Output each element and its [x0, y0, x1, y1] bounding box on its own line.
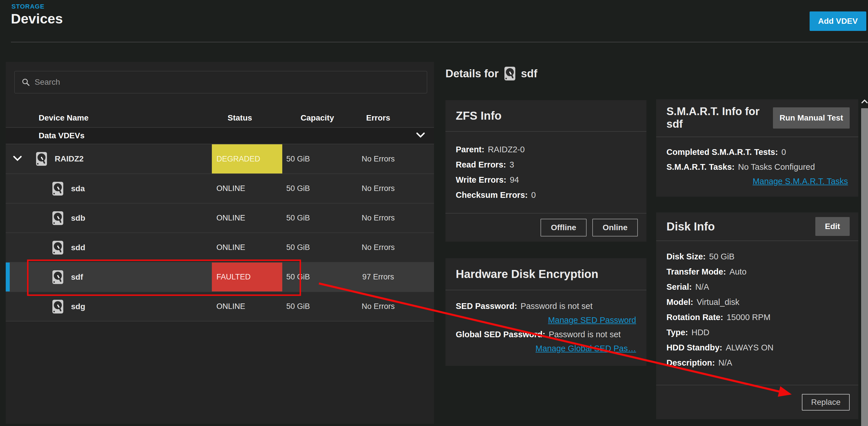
- table-header-row: Device Name Status Capacity Errors: [6, 109, 434, 127]
- scrollbar: [861, 94, 868, 426]
- disk-info-card: Disk Info Edit Disk Size:50 GiB Transfer…: [656, 212, 858, 419]
- status-value: ONLINE: [212, 233, 282, 262]
- scrollbar-thumb[interactable]: [861, 108, 868, 426]
- field-label: HDD Standby:: [666, 340, 722, 355]
- encryption-title: Hardware Disk Encryption: [456, 267, 598, 280]
- field-value: Auto: [730, 264, 747, 279]
- sed-password-label: SED Password:: [456, 299, 517, 313]
- errors-value: No Errors: [345, 155, 411, 163]
- status-badge: FAULTED: [212, 263, 282, 292]
- column-header-status: Status: [212, 113, 282, 123]
- field-label: Disk Size:: [666, 249, 706, 264]
- device-name: sda: [71, 184, 85, 193]
- replace-button[interactable]: Replace: [802, 394, 850, 410]
- edit-button[interactable]: Edit: [815, 217, 850, 236]
- field-value: 50 GiB: [709, 249, 735, 264]
- details-device-name: sdf: [521, 67, 537, 80]
- field-value: 3: [509, 157, 514, 172]
- devices-panel: Device Name Status Capacity Errors Data …: [6, 62, 434, 424]
- capacity-value: 50 GiB: [282, 273, 345, 281]
- field-label: Rotation Rate:: [666, 310, 723, 325]
- table-row-sdf[interactable]: sdf FAULTED 50 GiB 97 Errors: [6, 263, 434, 292]
- smart-info-title: S.M.A.R.T. Info for sdf: [666, 105, 773, 130]
- field-label: Model:: [666, 295, 693, 310]
- table-row-sdg[interactable]: sdg ONLINE 50 GiB No Errors: [6, 292, 434, 322]
- capacity-value: 50 GiB: [282, 302, 345, 311]
- scroll-up-arrow-icon[interactable]: [861, 96, 868, 107]
- manage-smart-tasks-link[interactable]: Manage S.M.A.R.T. Tasks: [753, 177, 848, 186]
- offline-button[interactable]: Offline: [540, 219, 587, 237]
- field-value: ALWAYS ON: [726, 340, 774, 355]
- smart-tasks-label: S.M.A.R.T. Tasks:: [666, 159, 735, 174]
- field-value: 0: [531, 187, 536, 203]
- field-label: Type:: [666, 325, 688, 340]
- field-value: N/A: [695, 279, 709, 295]
- hdd-icon: [52, 270, 64, 284]
- table-row-sdd[interactable]: sdd ONLINE 50 GiB No Errors: [6, 233, 434, 263]
- search-field[interactable]: [14, 71, 427, 93]
- hdd-icon: [52, 300, 64, 314]
- capacity-value: 50 GiB: [282, 184, 345, 193]
- field-label: Write Errors:: [456, 172, 506, 187]
- field-value: RAIDZ2-0: [488, 142, 525, 157]
- capacity-value: 50 GiB: [282, 214, 345, 222]
- smart-info-card: S.M.A.R.T. Info for sdf Run Manual Test …: [656, 99, 858, 197]
- hardware-disk-encryption-card: Hardware Disk Encryption SED Password:Pa…: [445, 258, 646, 366]
- hdd-icon: [52, 182, 64, 196]
- zfs-info-card: ZFS Info Parent:RAIDZ2-0 Read Errors:3 W…: [445, 100, 646, 242]
- breadcrumb[interactable]: STORAGE: [11, 3, 44, 10]
- column-header-device-name: Device Name: [6, 113, 212, 123]
- hdd-icon: [36, 152, 47, 166]
- hdd-icon: [52, 241, 64, 255]
- device-name: sdd: [71, 243, 85, 252]
- completed-tests-label: Completed S.M.A.R.T. Tests:: [666, 145, 778, 159]
- field-label: Serial:: [666, 279, 692, 295]
- hdd-icon: [52, 211, 64, 225]
- device-name: sdb: [71, 214, 85, 223]
- status-value: ONLINE: [212, 174, 282, 203]
- run-manual-test-button[interactable]: Run Manual Test: [773, 108, 850, 128]
- hdd-icon: [504, 66, 516, 81]
- manage-global-sed-password-link[interactable]: Manage Global SED Pas…: [536, 344, 636, 353]
- devices-table: Device Name Status Capacity Errors Data …: [6, 109, 434, 322]
- search-input[interactable]: [35, 71, 427, 93]
- page-title: Devices: [11, 11, 63, 27]
- status-value: ONLINE: [212, 292, 282, 321]
- details-heading: Details for sdf: [445, 66, 537, 81]
- field-value: 15000 RPM: [726, 310, 770, 325]
- chevron-down-icon[interactable]: [416, 132, 425, 139]
- status-badge: DEGRADED: [212, 144, 282, 174]
- global-sed-password-value: Password is not set: [549, 327, 621, 341]
- column-header-capacity: Capacity: [282, 113, 345, 123]
- field-label: Transfer Mode:: [666, 264, 726, 279]
- online-button[interactable]: Online: [592, 219, 638, 237]
- capacity-value: 50 GiB: [282, 243, 345, 252]
- errors-value: 97 Errors: [345, 273, 411, 281]
- capacity-value: 50 GiB: [282, 155, 345, 163]
- search-icon: [22, 78, 30, 87]
- manage-sed-password-link[interactable]: Manage SED Password: [548, 315, 636, 325]
- chevron-down-icon[interactable]: [13, 156, 22, 162]
- field-value: N/A: [718, 355, 732, 370]
- table-row-sda[interactable]: sda ONLINE 50 GiB No Errors: [6, 174, 434, 204]
- field-label: Read Errors:: [456, 157, 506, 172]
- field-value: Virtual_disk: [696, 295, 739, 310]
- status-value: ONLINE: [212, 204, 282, 233]
- field-label: Parent:: [456, 142, 485, 157]
- errors-value: No Errors: [345, 184, 411, 193]
- global-sed-password-label: Global SED Password:: [456, 327, 545, 341]
- header-divider: [11, 42, 868, 42]
- details-heading-prefix: Details for: [445, 67, 499, 80]
- smart-tasks-value: No Tasks Configured: [738, 159, 815, 174]
- disk-info-title: Disk Info: [666, 220, 715, 233]
- device-name: sdg: [71, 302, 85, 311]
- field-value: 94: [510, 172, 519, 187]
- sed-password-value: Password is not set: [521, 299, 592, 313]
- errors-value: No Errors: [345, 302, 411, 311]
- group-row-data-vdevs[interactable]: Data VDEVs: [6, 127, 434, 144]
- device-name: sdf: [71, 273, 83, 282]
- table-row-raidz2[interactable]: RAIDZ2 DEGRADED 50 GiB No Errors: [6, 144, 434, 174]
- add-vdev-button[interactable]: Add VDEV: [810, 11, 866, 31]
- field-label: Checksum Errors:: [456, 187, 528, 203]
- table-row-sdb[interactable]: sdb ONLINE 50 GiB No Errors: [6, 204, 434, 233]
